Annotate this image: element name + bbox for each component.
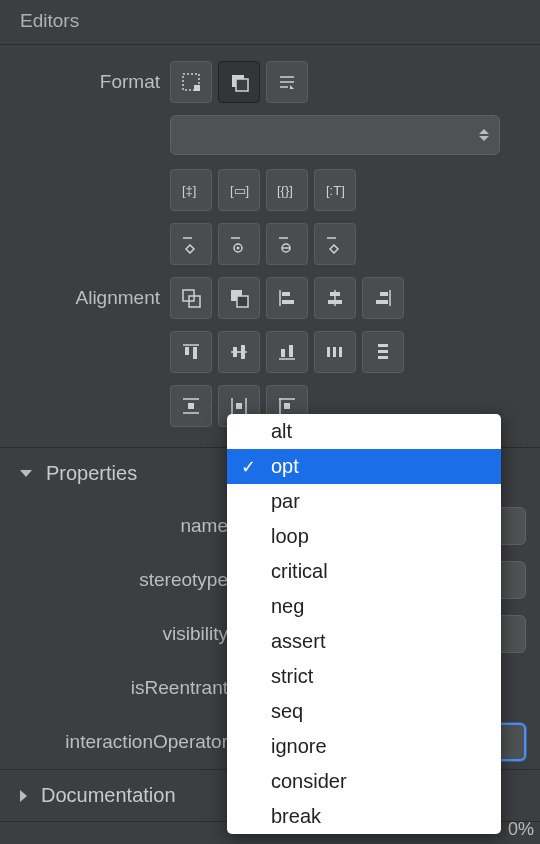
format-solid-rect-icon[interactable] xyxy=(218,61,260,103)
bracket-t-icon[interactable]: [:T] xyxy=(314,169,356,211)
popup-item-label: break xyxy=(271,805,321,828)
popup-item-loop[interactable]: loop xyxy=(227,519,501,554)
popup-item-seq[interactable]: seq xyxy=(227,694,501,729)
popup-item-consider[interactable]: consider xyxy=(227,764,501,799)
svg-rect-45 xyxy=(339,347,342,357)
documentation-title: Documentation xyxy=(41,784,176,807)
svg-rect-48 xyxy=(378,356,388,359)
popup-item-strict[interactable]: strict xyxy=(227,659,501,694)
chevron-down-icon xyxy=(20,470,32,477)
svg-marker-20 xyxy=(330,245,338,253)
popup-item-label: ignore xyxy=(271,735,327,758)
toggle-diamond2-icon[interactable] xyxy=(314,223,356,265)
distribute-h-icon[interactable] xyxy=(314,331,356,373)
popup-item-label: critical xyxy=(271,560,328,583)
svg-rect-47 xyxy=(378,350,388,353)
toggle-diamond-icon[interactable] xyxy=(170,223,212,265)
svg-marker-12 xyxy=(186,245,194,253)
align-right-icon[interactable] xyxy=(362,277,404,319)
align-middle-v-icon[interactable] xyxy=(218,331,260,373)
bracket-square-icon[interactable]: [▭] xyxy=(218,169,260,211)
svg-rect-35 xyxy=(185,347,189,355)
align-top-icon[interactable] xyxy=(170,331,212,373)
svg-rect-29 xyxy=(330,292,340,296)
svg-rect-43 xyxy=(327,347,330,357)
popup-item-critical[interactable]: critical xyxy=(227,554,501,589)
toggle-circle-line-icon[interactable] xyxy=(266,223,308,265)
align-overlap2-icon[interactable] xyxy=(218,277,260,319)
popup-item-label: par xyxy=(271,490,300,513)
popup-item-label: assert xyxy=(271,630,325,653)
svg-rect-32 xyxy=(380,292,388,296)
popup-item-break[interactable]: break xyxy=(227,799,501,834)
svg-rect-51 xyxy=(188,403,194,409)
format-dropdown[interactable] xyxy=(170,115,500,155)
svg-rect-42 xyxy=(289,345,293,357)
bracket-curly-icon[interactable]: [{}] xyxy=(266,169,308,211)
prop-name-label: name xyxy=(0,515,234,537)
popup-item-neg[interactable]: neg xyxy=(227,589,501,624)
popup-item-label: consider xyxy=(271,770,347,793)
popup-item-label: seq xyxy=(271,700,303,723)
svg-text:[{}]: [{}] xyxy=(277,183,293,198)
prop-stereotype-label: stereotype xyxy=(0,569,234,591)
svg-rect-27 xyxy=(282,300,294,304)
align-center-h-icon[interactable] xyxy=(314,277,356,319)
align-bottom-icon[interactable] xyxy=(266,331,308,373)
distribute-v-icon[interactable] xyxy=(362,331,404,373)
align-overlap1-icon[interactable] xyxy=(170,277,212,319)
popup-item-label: opt xyxy=(271,455,299,478)
svg-rect-57 xyxy=(284,403,290,409)
chevron-right-icon xyxy=(20,790,27,802)
prop-isreentrant-label: isReentrant xyxy=(0,677,234,699)
svg-text:[▭]: [▭] xyxy=(230,183,249,198)
svg-rect-36 xyxy=(193,347,197,359)
svg-rect-24 xyxy=(237,296,248,307)
popup-item-ignore[interactable]: ignore xyxy=(227,729,501,764)
align-left-icon[interactable] xyxy=(266,277,308,319)
svg-rect-46 xyxy=(378,344,388,347)
svg-rect-54 xyxy=(236,403,242,409)
format-dashed-rect-icon[interactable] xyxy=(170,61,212,103)
popup-item-assert[interactable]: assert xyxy=(227,624,501,659)
interaction-operator-popup: alt✓optparloopcriticalnegassertstrictseq… xyxy=(227,414,501,834)
spacing-h-icon[interactable] xyxy=(170,385,212,427)
svg-rect-26 xyxy=(282,292,290,296)
svg-rect-38 xyxy=(233,347,237,357)
svg-rect-44 xyxy=(333,347,336,357)
dropdown-caret-icon xyxy=(479,129,489,141)
svg-rect-3 xyxy=(236,79,248,91)
prop-visibility-label: visibility xyxy=(0,623,234,645)
popup-item-alt[interactable]: alt xyxy=(227,414,501,449)
format-lines-icon[interactable] xyxy=(266,61,308,103)
popup-item-label: alt xyxy=(271,420,292,443)
popup-item-label: neg xyxy=(271,595,304,618)
svg-rect-30 xyxy=(328,300,342,304)
svg-rect-1 xyxy=(194,85,200,91)
svg-text:[‡]: [‡] xyxy=(182,183,196,198)
format-label: Format xyxy=(0,71,170,93)
panel-title: Editors xyxy=(0,0,540,45)
zoom-level: 0% xyxy=(508,819,534,840)
svg-rect-39 xyxy=(241,345,245,359)
popup-item-label: strict xyxy=(271,665,313,688)
svg-point-15 xyxy=(237,247,240,250)
popup-item-label: loop xyxy=(271,525,309,548)
svg-text:[:T]: [:T] xyxy=(326,183,345,198)
popup-item-opt[interactable]: ✓opt xyxy=(227,449,501,484)
bracket-hash-icon[interactable]: [‡] xyxy=(170,169,212,211)
svg-rect-33 xyxy=(376,300,388,304)
svg-rect-41 xyxy=(281,349,285,357)
prop-interactionoperator-label: interactionOperator xyxy=(0,731,234,753)
popup-item-par[interactable]: par xyxy=(227,484,501,519)
check-icon: ✓ xyxy=(241,456,256,478)
properties-title: Properties xyxy=(46,462,137,485)
toggle-gear-icon[interactable] xyxy=(218,223,260,265)
alignment-label: Alignment xyxy=(0,287,170,309)
